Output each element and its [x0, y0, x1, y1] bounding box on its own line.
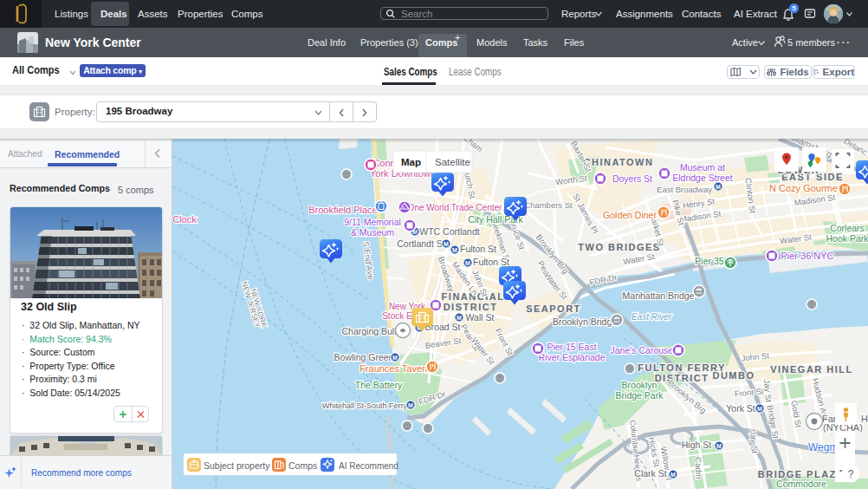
svg-text:M: M: [392, 355, 398, 361]
svg-text:M: M: [465, 260, 470, 266]
svg-text:DISTRICT: DISTRICT: [444, 302, 498, 312]
svg-text:Comps: Comps: [288, 460, 317, 471]
svg-text:Chambers St: Chambers St: [524, 200, 573, 210]
svg-text:Eldridge Street: Eldridge Street: [672, 173, 733, 183]
svg-text:M: M: [457, 315, 462, 321]
svg-text:?: ?: [848, 468, 854, 480]
svg-text:Subject property: Subject property: [204, 460, 270, 471]
svg-text:One World Trade Center: One World Trade Center: [408, 203, 502, 212]
svg-text:& Museum: & Museum: [351, 227, 394, 238]
svg-text:Jay St: Jay St: [762, 379, 774, 403]
svg-text:East Broadway: East Broadway: [657, 185, 712, 194]
svg-text:Commodore: Commodore: [776, 479, 826, 489]
svg-text:Charging Bull: Charging Bull: [341, 326, 396, 336]
svg-text:River Esplanade: River Esplanade: [538, 352, 605, 362]
svg-text:CHINATOWN: CHINATOWN: [584, 157, 654, 167]
svg-text:Clark St: Clark St: [634, 468, 666, 479]
svg-text:Map: Map: [401, 157, 421, 167]
svg-text:Cortlandt St: Cortlandt St: [397, 238, 445, 249]
svg-text:WTC Cortlandt: WTC Cortlandt: [419, 226, 480, 237]
svg-text:Whitehall St-South Ferry: Whitehall St-South Ferry: [322, 401, 408, 410]
svg-text:Manhattan Bridge: Manhattan Bridge: [623, 290, 695, 301]
svg-text:Corlears: Corlears: [830, 223, 865, 233]
svg-text:Pier 15 East: Pier 15 East: [547, 342, 596, 352]
svg-text:AI Recommend: AI Recommend: [339, 461, 398, 471]
svg-text:M: M: [670, 472, 676, 478]
svg-text:M: M: [757, 406, 762, 412]
svg-text:York St: York St: [726, 403, 755, 414]
svg-text:Jay St: Jay St: [748, 430, 760, 454]
svg-text:VINEGAR HILL: VINEGAR HILL: [770, 364, 853, 375]
svg-text:9/11 Memorial: 9/11 Memorial: [344, 217, 401, 227]
svg-text:Brookfield Place: Brookfield Place: [308, 205, 378, 215]
svg-text:Pier 36 NYC: Pier 36 NYC: [781, 251, 833, 261]
svg-text:Hook Park: Hook Park: [826, 233, 868, 244]
svg-text:M: M: [716, 443, 722, 449]
svg-text:Brooklyn Bridge: Brooklyn Bridge: [553, 316, 617, 327]
svg-text:Doyers St: Doyers St: [612, 173, 652, 184]
svg-text:Brooklyn: Brooklyn: [622, 380, 657, 390]
svg-text:Satellite: Satellite: [435, 157, 470, 167]
svg-text:The Battery: The Battery: [355, 380, 403, 390]
svg-text:Museum at: Museum at: [680, 162, 725, 173]
svg-text:DISTRICT: DISTRICT: [655, 373, 709, 383]
svg-text:Cadm: Cadm: [694, 457, 704, 479]
svg-text:M: M: [408, 402, 413, 408]
svg-text:M: M: [452, 247, 457, 253]
svg-text:Fulton St: Fulton St: [460, 244, 496, 254]
svg-text:Clock: Clock: [172, 214, 197, 225]
svg-text:FULTON FERRY: FULTON FERRY: [638, 362, 726, 373]
svg-text:Pier 35: Pier 35: [695, 256, 723, 266]
svg-text:Golden Diner: Golden Diner: [603, 210, 657, 220]
svg-text:M: M: [716, 184, 721, 190]
svg-text:TWO BRIDGES: TWO BRIDGES: [578, 242, 660, 252]
svg-text:M: M: [444, 241, 449, 247]
svg-text:Bridge Park: Bridge Park: [616, 390, 664, 401]
svg-text:East River: East River: [632, 312, 672, 322]
svg-text:Jane's Carousel: Jane's Carousel: [611, 345, 676, 355]
svg-text:Fraunces Tavern: Fraunces Tavern: [360, 363, 431, 374]
svg-text:SEAPORT: SEAPORT: [526, 303, 581, 314]
svg-text:Wall St: Wall St: [466, 312, 495, 323]
svg-text:Fulton St: Fulton St: [473, 257, 509, 267]
svg-text:High St: High St: [682, 440, 712, 450]
svg-text:Bowling Green: Bowling Green: [334, 352, 394, 362]
svg-text:N Cozy Gourmet: N Cozy Gourmet: [769, 183, 840, 193]
